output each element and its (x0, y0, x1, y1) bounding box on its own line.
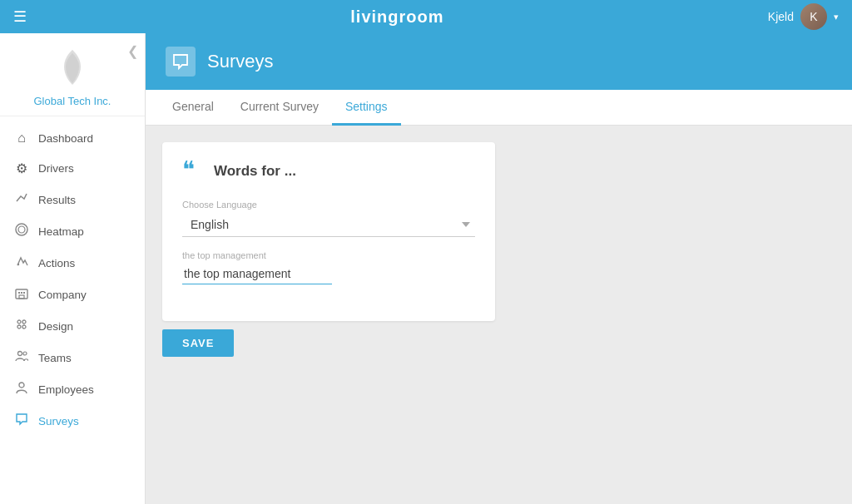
sidebar-logo-area: Global Tech Inc. (34, 48, 111, 107)
svg-point-8 (17, 320, 21, 324)
page-title: Surveys (207, 51, 273, 72)
card-title-row: ❝ Words for ... (182, 159, 475, 183)
sidebar-label-dashboard: Dashboard (38, 132, 93, 145)
sidebar-item-company[interactable]: Company (0, 279, 145, 310)
dashboard-icon: ⌂ (13, 131, 30, 146)
sidebar-label-results: Results (38, 194, 76, 206)
sidebar-item-dashboard[interactable]: ⌂ Dashboard (0, 123, 145, 153)
app-title: livingroom (350, 7, 443, 27)
svg-point-11 (22, 325, 26, 329)
employees-icon (13, 381, 30, 398)
avatar[interactable]: K (800, 3, 827, 30)
sidebar-item-drivers[interactable]: ⚙ Drivers (0, 153, 145, 184)
sidebar-label-surveys: Surveys (38, 415, 79, 427)
svg-text:❝: ❝ (182, 159, 195, 179)
sidebar-label-actions: Actions (38, 257, 75, 269)
tab-settings[interactable]: Settings (332, 90, 401, 126)
words-card: ❝ Words for ... Choose Language English … (162, 142, 495, 321)
svg-point-12 (18, 352, 22, 356)
sidebar-item-actions[interactable]: Actions (0, 247, 145, 279)
svg-point-9 (22, 320, 26, 324)
results-icon (13, 191, 30, 208)
drivers-icon: ⚙ (13, 161, 30, 176)
save-button[interactable]: SAVE (162, 329, 234, 357)
sidebar-label-teams: Teams (38, 352, 72, 364)
hamburger-icon[interactable]: ☰ (13, 7, 27, 26)
sidebar-item-design[interactable]: Design (0, 310, 145, 342)
main-layout: Global Tech Inc. ❮ ⌂ Dashboard ⚙ Drivers… (0, 33, 852, 504)
field-input[interactable] (182, 264, 332, 284)
sidebar-item-heatmap[interactable]: Heatmap (0, 215, 145, 247)
sidebar-item-results[interactable]: Results (0, 184, 145, 215)
svg-rect-5 (21, 292, 22, 294)
svg-point-13 (23, 352, 27, 355)
sidebar-label-drivers: Drivers (38, 162, 74, 175)
topbar-left: ☰ (13, 7, 27, 26)
svg-rect-6 (23, 292, 25, 294)
content-area: Surveys General Current Survey Settings … (146, 33, 852, 504)
svg-rect-3 (16, 289, 27, 299)
company-name: Global Tech Inc. (34, 95, 111, 107)
sidebar-label-design: Design (38, 320, 73, 333)
company-logo-icon (57, 48, 87, 91)
sidebar-nav: ⌂ Dashboard ⚙ Drivers Results Heatmap (0, 116, 145, 443)
quote-icon: ❝ (182, 159, 206, 183)
sidebar-item-employees[interactable]: Employees (0, 373, 145, 405)
teams-icon (13, 349, 30, 366)
sidebar-item-surveys[interactable]: Surveys (0, 405, 145, 437)
heatmap-icon (13, 223, 30, 240)
topbar: ☰ livingroom Kjeld K ▾ (0, 0, 852, 33)
sidebar-label-employees: Employees (38, 383, 94, 396)
sidebar: Global Tech Inc. ❮ ⌂ Dashboard ⚙ Drivers… (0, 33, 146, 504)
surveys-icon (13, 413, 30, 429)
svg-point-1 (18, 226, 25, 233)
card-title: Words for ... (214, 163, 296, 180)
content-body: ❝ Words for ... Choose Language English … (146, 126, 852, 504)
svg-point-10 (17, 325, 21, 329)
user-name: Kjeld (768, 10, 794, 23)
svg-rect-4 (18, 292, 20, 294)
tab-current-survey[interactable]: Current Survey (227, 90, 332, 126)
page-header-icon (166, 47, 196, 77)
language-group: Choose Language English Dutch German Fre… (182, 200, 475, 237)
sidebar-item-teams[interactable]: Teams (0, 342, 145, 373)
language-label: Choose Language (182, 200, 475, 210)
page-header: Surveys (146, 33, 852, 90)
user-menu[interactable]: Kjeld K ▾ (768, 3, 839, 30)
sidebar-header: Global Tech Inc. ❮ (0, 33, 145, 116)
sidebar-label-company: Company (38, 289, 87, 301)
sidebar-label-heatmap: Heatmap (38, 225, 84, 238)
language-select[interactable]: English Dutch German French Spanish (182, 213, 475, 237)
company-icon (13, 286, 30, 303)
svg-point-14 (19, 383, 24, 388)
tab-general[interactable]: General (159, 90, 227, 126)
sidebar-collapse-button[interactable]: ❮ (127, 43, 138, 59)
svg-point-2 (17, 264, 19, 265)
user-dropdown-icon[interactable]: ▾ (834, 12, 839, 22)
field-label: the top management (182, 250, 475, 260)
field-group: the top management (182, 250, 475, 284)
design-icon (13, 318, 30, 334)
tabs-bar: General Current Survey Settings (146, 90, 852, 126)
svg-point-0 (16, 224, 27, 235)
actions-icon (13, 254, 30, 271)
